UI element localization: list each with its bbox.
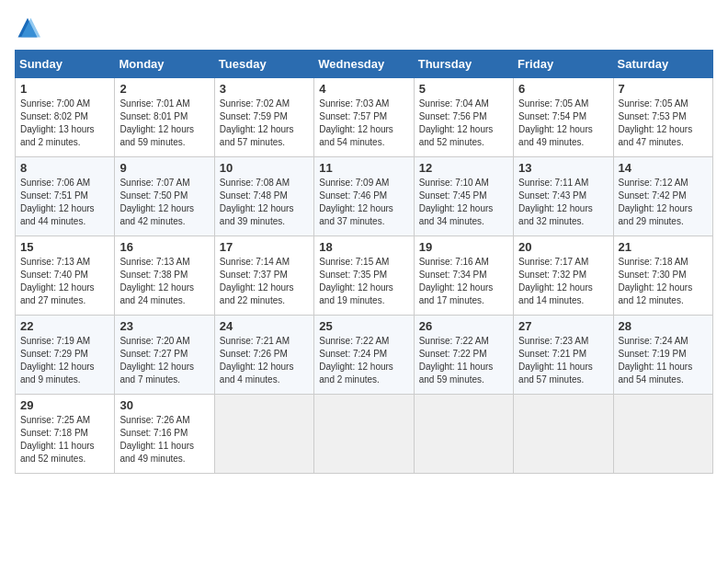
cell-content: Sunrise: 7:05 AMSunset: 7:54 PMDaylight:…	[518, 98, 608, 149]
week-row-2: 8Sunrise: 7:06 AMSunset: 7:51 PMDaylight…	[16, 157, 713, 236]
day-number: 14	[619, 161, 708, 175]
cell-content: Sunrise: 7:23 AMSunset: 7:21 PMDaylight:…	[518, 335, 608, 386]
calendar-cell: 17Sunrise: 7:14 AMSunset: 7:37 PMDayligh…	[214, 236, 313, 316]
day-number: 11	[319, 161, 408, 175]
week-row-3: 15Sunrise: 7:13 AMSunset: 7:40 PMDayligh…	[16, 236, 713, 316]
cell-content: Sunrise: 7:13 AMSunset: 7:38 PMDaylight:…	[119, 256, 209, 307]
day-number: 23	[119, 319, 209, 333]
day-number: 21	[619, 240, 708, 254]
cell-content: Sunrise: 7:10 AMSunset: 7:45 PMDaylight:…	[419, 177, 508, 228]
calendar-cell: 9Sunrise: 7:07 AMSunset: 7:50 PMDaylight…	[115, 157, 214, 236]
cell-content: Sunrise: 7:22 AMSunset: 7:24 PMDaylight:…	[319, 335, 408, 386]
day-number: 6	[518, 82, 608, 96]
day-number: 8	[20, 161, 109, 175]
logo	[15, 15, 44, 40]
calendar-cell: 18Sunrise: 7:15 AMSunset: 7:35 PMDayligh…	[314, 236, 414, 316]
col-header-friday: Friday	[514, 51, 613, 78]
day-number: 3	[220, 82, 309, 96]
calendar-cell: 28Sunrise: 7:24 AMSunset: 7:19 PMDayligh…	[613, 316, 712, 395]
calendar-cell: 5Sunrise: 7:04 AMSunset: 7:56 PMDaylight…	[414, 78, 513, 157]
cell-content: Sunrise: 7:21 AMSunset: 7:26 PMDaylight:…	[220, 335, 309, 386]
day-number: 28	[619, 319, 708, 333]
day-number: 4	[319, 82, 408, 96]
cell-content: Sunrise: 7:15 AMSunset: 7:35 PMDaylight:…	[319, 256, 408, 307]
cell-content: Sunrise: 7:26 AMSunset: 7:16 PMDaylight:…	[119, 414, 209, 465]
day-number: 16	[119, 240, 209, 254]
cell-content: Sunrise: 7:07 AMSunset: 7:50 PMDaylight:…	[119, 177, 209, 228]
cell-content: Sunrise: 7:18 AMSunset: 7:30 PMDaylight:…	[619, 256, 708, 307]
day-number: 9	[119, 161, 209, 175]
cell-content: Sunrise: 7:25 AMSunset: 7:18 PMDaylight:…	[20, 414, 109, 465]
calendar-cell: 23Sunrise: 7:20 AMSunset: 7:27 PMDayligh…	[115, 316, 214, 395]
calendar-cell: 24Sunrise: 7:21 AMSunset: 7:26 PMDayligh…	[214, 316, 313, 395]
calendar-cell: 10Sunrise: 7:08 AMSunset: 7:48 PMDayligh…	[214, 157, 313, 236]
cell-content: Sunrise: 7:05 AMSunset: 7:53 PMDaylight:…	[619, 98, 708, 149]
day-number: 7	[619, 82, 708, 96]
cell-content: Sunrise: 7:17 AMSunset: 7:32 PMDaylight:…	[518, 256, 608, 307]
cell-content: Sunrise: 7:00 AMSunset: 8:02 PMDaylight:…	[20, 98, 109, 149]
calendar-cell	[613, 395, 712, 474]
calendar-cell: 8Sunrise: 7:06 AMSunset: 7:51 PMDaylight…	[16, 157, 115, 236]
cell-content: Sunrise: 7:22 AMSunset: 7:22 PMDaylight:…	[419, 335, 508, 386]
cell-content: Sunrise: 7:19 AMSunset: 7:29 PMDaylight:…	[20, 335, 109, 386]
calendar-cell: 30Sunrise: 7:26 AMSunset: 7:16 PMDayligh…	[115, 395, 214, 474]
calendar-cell: 12Sunrise: 7:10 AMSunset: 7:45 PMDayligh…	[414, 157, 513, 236]
day-number: 12	[419, 161, 508, 175]
day-number: 27	[518, 319, 608, 333]
cell-content: Sunrise: 7:06 AMSunset: 7:51 PMDaylight:…	[20, 177, 109, 228]
calendar-cell: 26Sunrise: 7:22 AMSunset: 7:22 PMDayligh…	[414, 316, 513, 395]
day-number: 1	[20, 82, 109, 96]
calendar-cell: 21Sunrise: 7:18 AMSunset: 7:30 PMDayligh…	[613, 236, 712, 316]
header-row: SundayMondayTuesdayWednesdayThursdayFrid…	[16, 51, 713, 78]
week-row-1: 1Sunrise: 7:00 AMSunset: 8:02 PMDaylight…	[16, 78, 713, 157]
col-header-saturday: Saturday	[613, 51, 712, 78]
calendar-cell: 29Sunrise: 7:25 AMSunset: 7:18 PMDayligh…	[16, 395, 115, 474]
cell-content: Sunrise: 7:24 AMSunset: 7:19 PMDaylight:…	[619, 335, 708, 386]
day-number: 17	[220, 240, 309, 254]
day-number: 10	[220, 161, 309, 175]
calendar-cell: 6Sunrise: 7:05 AMSunset: 7:54 PMDaylight…	[514, 78, 613, 157]
calendar-cell: 15Sunrise: 7:13 AMSunset: 7:40 PMDayligh…	[16, 236, 115, 316]
calendar-table: SundayMondayTuesdayWednesdayThursdayFrid…	[15, 50, 713, 474]
cell-content: Sunrise: 7:01 AMSunset: 8:01 PMDaylight:…	[119, 98, 209, 149]
calendar-cell: 20Sunrise: 7:17 AMSunset: 7:32 PMDayligh…	[514, 236, 613, 316]
day-number: 19	[419, 240, 508, 254]
col-header-thursday: Thursday	[414, 51, 513, 78]
col-header-wednesday: Wednesday	[314, 51, 414, 78]
col-header-monday: Monday	[115, 51, 214, 78]
page-header	[15, 15, 713, 40]
day-number: 5	[419, 82, 508, 96]
day-number: 26	[419, 319, 508, 333]
calendar-cell: 14Sunrise: 7:12 AMSunset: 7:42 PMDayligh…	[613, 157, 712, 236]
calendar-cell: 27Sunrise: 7:23 AMSunset: 7:21 PMDayligh…	[514, 316, 613, 395]
cell-content: Sunrise: 7:13 AMSunset: 7:40 PMDaylight:…	[20, 256, 109, 307]
col-header-sunday: Sunday	[16, 51, 115, 78]
day-number: 18	[319, 240, 408, 254]
logo-inner	[15, 15, 44, 40]
calendar-cell: 25Sunrise: 7:22 AMSunset: 7:24 PMDayligh…	[314, 316, 414, 395]
day-number: 29	[20, 398, 109, 412]
cell-content: Sunrise: 7:14 AMSunset: 7:37 PMDaylight:…	[220, 256, 309, 307]
cell-content: Sunrise: 7:11 AMSunset: 7:43 PMDaylight:…	[518, 177, 608, 228]
cell-content: Sunrise: 7:04 AMSunset: 7:56 PMDaylight:…	[419, 98, 508, 149]
cell-content: Sunrise: 7:08 AMSunset: 7:48 PMDaylight:…	[220, 177, 309, 228]
day-number: 13	[518, 161, 608, 175]
day-number: 15	[20, 240, 109, 254]
calendar-cell: 16Sunrise: 7:13 AMSunset: 7:38 PMDayligh…	[115, 236, 214, 316]
calendar-cell	[414, 395, 513, 474]
cell-content: Sunrise: 7:12 AMSunset: 7:42 PMDaylight:…	[619, 177, 708, 228]
calendar-cell: 3Sunrise: 7:02 AMSunset: 7:59 PMDaylight…	[214, 78, 313, 157]
logo-icon	[15, 15, 40, 40]
col-header-tuesday: Tuesday	[214, 51, 313, 78]
day-number: 2	[119, 82, 209, 96]
calendar-cell: 22Sunrise: 7:19 AMSunset: 7:29 PMDayligh…	[16, 316, 115, 395]
calendar-cell	[514, 395, 613, 474]
calendar-cell: 4Sunrise: 7:03 AMSunset: 7:57 PMDaylight…	[314, 78, 414, 157]
calendar-cell: 7Sunrise: 7:05 AMSunset: 7:53 PMDaylight…	[613, 78, 712, 157]
calendar-cell: 2Sunrise: 7:01 AMSunset: 8:01 PMDaylight…	[115, 78, 214, 157]
calendar-cell: 19Sunrise: 7:16 AMSunset: 7:34 PMDayligh…	[414, 236, 513, 316]
calendar-cell	[314, 395, 414, 474]
cell-content: Sunrise: 7:03 AMSunset: 7:57 PMDaylight:…	[319, 98, 408, 149]
cell-content: Sunrise: 7:20 AMSunset: 7:27 PMDaylight:…	[119, 335, 209, 386]
day-number: 25	[319, 319, 408, 333]
